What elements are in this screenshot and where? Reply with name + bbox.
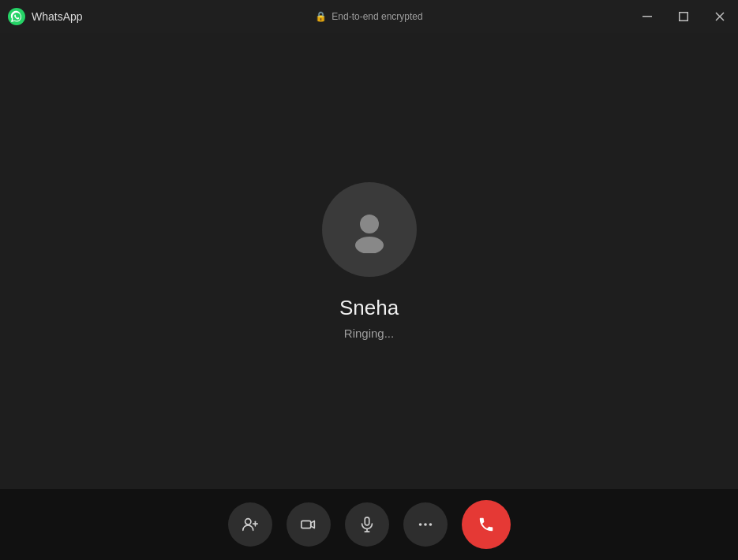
mute-button[interactable] xyxy=(345,502,389,547)
video-button[interactable] xyxy=(287,502,331,547)
encrypted-label-area: 🔒 End-to-end encrypted xyxy=(315,11,422,22)
more-options-icon xyxy=(417,516,434,533)
svg-point-7 xyxy=(245,519,250,525)
maximize-button[interactable] xyxy=(665,0,702,33)
svg-point-6 xyxy=(355,237,384,253)
whatsapp-logo-icon xyxy=(8,8,25,25)
app-name: WhatsApp xyxy=(32,10,83,23)
svg-point-0 xyxy=(8,8,25,25)
end-call-icon xyxy=(478,516,495,533)
svg-rect-11 xyxy=(365,517,369,525)
close-button[interactable] xyxy=(702,0,738,33)
lock-icon: 🔒 xyxy=(315,11,327,22)
more-options-button[interactable] xyxy=(403,502,448,547)
close-icon xyxy=(715,12,725,21)
avatar xyxy=(322,182,417,277)
call-status: Ringing... xyxy=(344,327,394,340)
svg-rect-10 xyxy=(301,521,310,528)
call-area: Sneha Ringing... xyxy=(0,33,738,489)
encrypted-text: End-to-end encrypted xyxy=(332,11,422,22)
svg-point-15 xyxy=(424,523,427,526)
svg-point-16 xyxy=(429,523,432,526)
controls-bar xyxy=(0,489,738,560)
window-controls xyxy=(629,0,738,33)
video-icon xyxy=(300,516,317,533)
svg-point-5 xyxy=(360,215,379,233)
avatar-person-icon xyxy=(346,206,393,253)
svg-point-14 xyxy=(418,523,421,526)
contact-name: Sneha xyxy=(339,296,399,320)
maximize-icon xyxy=(679,12,688,21)
add-participant-icon xyxy=(242,516,259,533)
add-participant-button[interactable] xyxy=(228,502,272,547)
title-bar-left: WhatsApp xyxy=(8,8,83,25)
svg-rect-1 xyxy=(642,16,652,17)
microphone-icon xyxy=(358,516,376,533)
svg-rect-2 xyxy=(680,13,688,21)
minimize-icon xyxy=(642,16,652,17)
title-bar: WhatsApp 🔒 End-to-end encrypted xyxy=(0,0,738,33)
minimize-button[interactable] xyxy=(629,0,665,33)
end-call-button[interactable] xyxy=(462,500,511,549)
